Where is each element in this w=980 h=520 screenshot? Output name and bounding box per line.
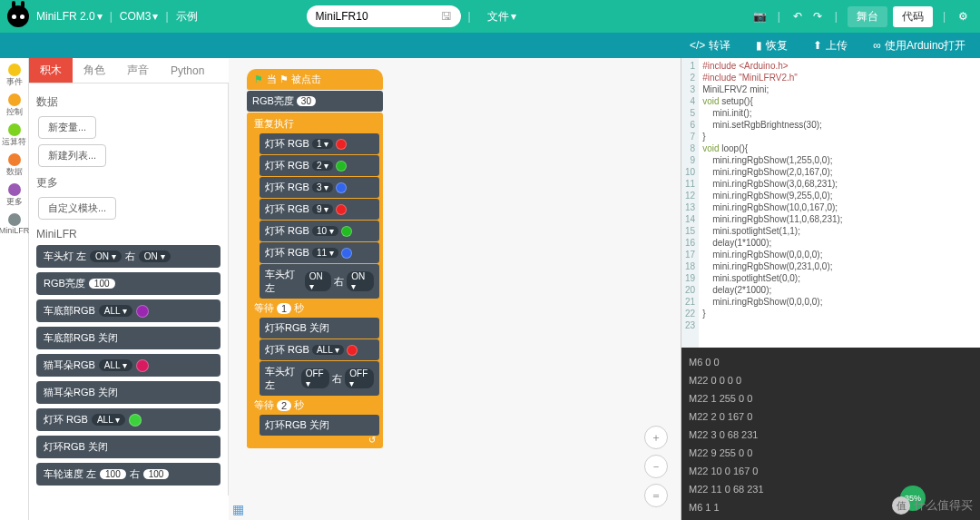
category-sidebar: 事件控制运算符数据更多MiniLFR xyxy=(0,58,29,520)
block-brightness[interactable]: RGB亮度30 xyxy=(247,91,383,112)
console-line: M22 3 0 68 231 xyxy=(689,426,973,444)
open-arduino-button[interactable]: ∞ 使用Arduino打开 xyxy=(873,38,965,54)
progress-badge: 35% xyxy=(900,486,926,511)
project-name-field[interactable]: 🖫 xyxy=(307,5,461,27)
tab-Python[interactable]: Python xyxy=(160,58,215,83)
block-headlight-on[interactable]: 车头灯 左ON ▾右ON ▾ xyxy=(260,264,379,299)
stage-tab[interactable]: 舞台 xyxy=(848,6,887,27)
block-ring-all[interactable]: 灯环 RGBALL ▾ xyxy=(260,339,379,360)
topbar: MiniLFR 2.0▾ | COM3▾ | 示例 🖫 | 文件▾ 📷 | ↶ … xyxy=(0,0,980,33)
wait-block[interactable]: 等待2秒 xyxy=(250,397,379,414)
console-line: M22 11 0 68 231 xyxy=(689,480,973,498)
serial-console[interactable]: M6 0 0M22 0 0 0 0M22 1 255 0 0M22 2 0 16… xyxy=(681,348,980,520)
block-headlight[interactable]: 车头灯 左ON ▾右ON ▾ xyxy=(36,245,220,268)
save-icon[interactable]: 🖫 xyxy=(441,10,452,23)
console-line: M6 1 1 xyxy=(689,498,973,516)
category-控制[interactable]: 控制 xyxy=(6,93,23,118)
tab-角色[interactable]: 角色 xyxy=(73,58,116,83)
settings-icon[interactable]: ⚙ xyxy=(953,10,973,23)
block-palette: 数据 新变量... 新建列表... 更多 自定义模块... MiniLFR 车头… xyxy=(29,83,229,495)
product-menu[interactable]: MiniLFR 2.0 xyxy=(36,10,95,23)
zoom-out-button[interactable]: － xyxy=(644,455,668,478)
block-ring-rgb-off[interactable]: 灯环RGB 关闭 xyxy=(36,436,220,458)
code-toolbar: </> 转译 ▮恢复 ⬆ 上传 ∞ 使用Arduino打开 xyxy=(0,33,980,58)
app-logo xyxy=(7,5,29,27)
block-ring-rgb[interactable]: 灯环 RGB10 ▾ xyxy=(260,221,379,241)
block-bottom-rgb-off[interactable]: 车底部RGB 关闭 xyxy=(36,327,220,349)
block-ear-rgb[interactable]: 猫耳朵RGBALL ▾ xyxy=(36,354,220,377)
block-ear-rgb-off[interactable]: 猫耳朵RGB 关闭 xyxy=(36,381,220,404)
restore-button[interactable]: ▮恢复 xyxy=(756,38,788,54)
line-gutter: 1234567891011121314151617181920212223 xyxy=(681,58,699,348)
console-line: M6 0 0 xyxy=(689,353,973,371)
block-ring-rgb[interactable]: 灯环 RGB2 ▾ xyxy=(260,155,379,176)
console-line: M22 1 255 0 0 xyxy=(689,389,973,407)
block-ring-rgb[interactable]: 灯环 RGB11 ▾ xyxy=(260,242,379,263)
section-more: 更多 xyxy=(36,175,220,191)
tab-声音[interactable]: 声音 xyxy=(116,58,160,83)
zoom-controls: ＋ － ＝ xyxy=(644,426,668,507)
block-ring-off[interactable]: 灯环RGB 关闭 xyxy=(260,318,379,338)
translate-button[interactable]: </> 转译 xyxy=(690,38,730,54)
console-line: M22 9 255 0 0 xyxy=(689,444,973,462)
extension-icon[interactable]: ▦ xyxy=(232,502,244,516)
zoom-reset-button[interactable]: ＝ xyxy=(644,484,668,507)
new-list-button[interactable]: 新建列表... xyxy=(38,144,106,167)
block-ring-rgb[interactable]: 灯环 RGB3 ▾ xyxy=(260,177,379,198)
wait-block[interactable]: 等待1秒 xyxy=(250,299,379,317)
block-ring-rgb[interactable]: 灯环 RGBALL ▾ xyxy=(36,408,220,431)
example-menu[interactable]: 示例 xyxy=(176,9,198,25)
undo-icon[interactable]: ↶ xyxy=(788,10,808,23)
category-事件[interactable]: 事件 xyxy=(6,64,23,88)
camera-icon[interactable]: 📷 xyxy=(750,10,770,23)
color-swatch[interactable] xyxy=(129,414,142,427)
color-swatch[interactable] xyxy=(136,359,149,372)
upload-button[interactable]: ⬆ 上传 xyxy=(813,38,848,54)
block-ring-rgb[interactable]: 灯环 RGB9 ▾ xyxy=(260,199,379,220)
block-rgb-brightness[interactable]: RGB亮度100 xyxy=(36,272,220,295)
console-line: M22 2 0 167 0 xyxy=(689,407,973,426)
block-wheel-speed[interactable]: 车轮速度 左100右100 xyxy=(36,463,220,486)
color-swatch[interactable] xyxy=(136,305,149,318)
category-数据[interactable]: 数据 xyxy=(6,153,23,178)
redo-icon[interactable]: ↷ xyxy=(808,10,828,23)
block-headlight-off[interactable]: 车头灯 左OFF ▾右OFF ▾ xyxy=(260,361,379,396)
code-editor[interactable]: 1234567891011121314151617181920212223 #i… xyxy=(681,58,980,348)
forever-block[interactable]: 重复执行 灯环 RGB1 ▾灯环 RGB2 ▾灯环 RGB3 ▾灯环 RGB9 … xyxy=(247,113,383,448)
code-text: #include <Arduino.h> #include "MiniLFRV2… xyxy=(699,58,847,348)
code-tab[interactable]: 代码 xyxy=(893,6,933,27)
project-name-input[interactable] xyxy=(316,10,416,23)
port-menu[interactable]: COM3 xyxy=(120,10,152,23)
flag-icon: ⚑ xyxy=(254,74,263,85)
category-更多[interactable]: 更多 xyxy=(6,183,23,208)
script-stack[interactable]: ⚑当 ⚑ 被点击 RGB亮度30 重复执行 灯环 RGB1 ▾灯环 RGB2 ▾… xyxy=(247,69,383,448)
section-data: 数据 xyxy=(36,94,220,110)
custom-block-button[interactable]: 自定义模块... xyxy=(38,197,116,220)
hat-block[interactable]: ⚑当 ⚑ 被点击 xyxy=(247,69,383,90)
console-line: M22 0 0 0 0 xyxy=(689,371,973,389)
script-canvas[interactable]: ⚑当 ⚑ 被点击 RGB亮度30 重复执行 灯环 RGB1 ▾灯环 RGB2 ▾… xyxy=(229,58,681,520)
file-menu[interactable]: 文件 xyxy=(487,9,509,25)
tab-积木[interactable]: 积木 xyxy=(29,58,73,83)
editor-tabs: 积木角色声音Python xyxy=(29,58,229,83)
new-variable-button[interactable]: 新变量... xyxy=(38,116,96,139)
zoom-in-button[interactable]: ＋ xyxy=(644,426,668,449)
section-minilfr: MiniLFR xyxy=(36,228,220,240)
category-运算符[interactable]: 运算符 xyxy=(2,123,26,148)
block-bottom-rgb[interactable]: 车底部RGBALL ▾ xyxy=(36,299,220,322)
block-ring-off[interactable]: 灯环RGB 关闭 xyxy=(260,415,379,436)
code-pane: 1234567891011121314151617181920212223 #i… xyxy=(681,58,980,520)
block-ring-rgb[interactable]: 灯环 RGB1 ▾ xyxy=(260,133,379,154)
console-line: M22 10 0 167 0 xyxy=(689,462,973,480)
category-MiniLFR[interactable]: MiniLFR xyxy=(0,213,29,235)
